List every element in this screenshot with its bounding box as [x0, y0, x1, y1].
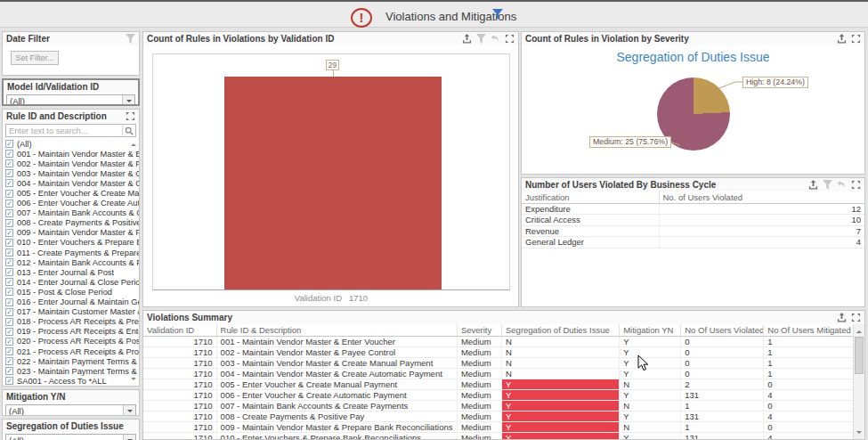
- checkbox-checked-icon[interactable]: ✓: [5, 288, 13, 296]
- bar-validation-1710[interactable]: [224, 77, 442, 289]
- checkbox-checked-icon[interactable]: ✓: [5, 308, 13, 316]
- table-row[interactable]: 1710001 - Maintain Vendor Master & Enter…: [143, 336, 853, 346]
- rule-checkbox-item[interactable]: ✓015 - Post & Close Period: [3, 287, 139, 297]
- table-row[interactable]: 1710010 - Enter Vouchers & Prepare Bank …: [143, 432, 853, 439]
- maximize-icon[interactable]: [851, 34, 861, 44]
- maximize-icon[interactable]: [851, 313, 861, 322]
- column-header[interactable]: Mitigation YN: [620, 324, 681, 336]
- table-row[interactable]: 1710004 - Maintain Vendor Master & Creat…: [143, 368, 853, 379]
- checkbox-checked-icon[interactable]: ✓: [5, 140, 13, 148]
- table-row[interactable]: Expenditure12: [522, 203, 864, 215]
- maximize-icon[interactable]: [126, 111, 135, 121]
- model-dropdown[interactable]: (All): [6, 94, 135, 106]
- table-row[interactable]: 1710008 - Create Payments & Positive Pay…: [143, 411, 853, 421]
- column-header[interactable]: No. of Users Violated: [659, 191, 864, 203]
- set-filter-button[interactable]: Set Filter...: [11, 51, 59, 65]
- checkbox-checked-icon[interactable]: ✓: [5, 209, 13, 217]
- rule-checkbox-item[interactable]: ✓014 - Enter Journal & Close Period: [3, 277, 139, 287]
- rule-checkbox-item[interactable]: ✓008 - Create Payments & Positive Pay: [3, 218, 139, 228]
- scroll-up-icon[interactable]: [131, 141, 136, 146]
- rule-checkbox-item[interactable]: ✓022 - Maintain Payment Terms & Invoice: [3, 356, 139, 366]
- column-header[interactable]: No Of Users Violated: [681, 324, 764, 336]
- checkbox-checked-icon[interactable]: ✓: [5, 268, 13, 276]
- vertical-scrollbar[interactable]: [853, 324, 864, 439]
- rule-checkbox-item[interactable]: ✓010 - Enter Vouchers & Prepare Bank Rec…: [3, 238, 139, 248]
- column-header[interactable]: Validation ID: [143, 324, 216, 336]
- checkbox-checked-icon[interactable]: ✓: [5, 377, 13, 385]
- checkbox-checked-icon[interactable]: ✓: [5, 200, 13, 208]
- checkbox-checked-icon[interactable]: ✓: [5, 298, 13, 306]
- table-row[interactable]: 1710009 - Maintain Vendor Master & Prepa…: [143, 421, 853, 432]
- column-header[interactable]: Rule ID & Description: [216, 324, 457, 336]
- table-row[interactable]: 1710002 - Maintain Vendor Master & Payee…: [143, 346, 853, 357]
- checkbox-checked-icon[interactable]: ✓: [5, 229, 13, 237]
- rule-checkbox-item[interactable]: ✓019 - Process AR Receipts & Enter Journ…: [3, 327, 139, 337]
- table-row[interactable]: 1710007 - Maintain Bank Accounts & Creat…: [143, 400, 853, 411]
- rule-checkbox-item[interactable]: ✓004 - Maintain Vendor Master & Create A…: [3, 178, 139, 188]
- export-icon[interactable]: [808, 180, 818, 190]
- mitigation-cell: Y: [620, 432, 681, 439]
- table-row[interactable]: 1710006 - Enter Voucher & Create Automat…: [143, 389, 853, 400]
- checkbox-checked-icon[interactable]: ✓: [5, 328, 13, 336]
- rule-checkbox-item[interactable]: ✓003 - Maintain Vendor Master & Create M…: [3, 168, 139, 178]
- column-header[interactable]: Justification: [522, 191, 659, 203]
- rule-checkbox-item[interactable]: ✓002 - Maintain Vendor Master & Payee Co…: [3, 159, 139, 168]
- rule-checkbox-item[interactable]: ✓SA001 - Access To *ALL: [3, 376, 139, 386]
- dashboard-filter-icon[interactable]: [492, 9, 503, 20]
- rule-checkbox-item[interactable]: ✓011 - Create Payments & Prepare Bank Re…: [3, 248, 139, 257]
- column-header[interactable]: Severity: [457, 324, 501, 336]
- scroll-down-icon[interactable]: [856, 431, 862, 436]
- rule-checkbox-item[interactable]: ✓001 - Maintain Vendor Master & Enter Vo…: [3, 149, 139, 159]
- checkbox-checked-icon[interactable]: ✓: [5, 179, 13, 187]
- rule-checkbox-item[interactable]: ✓021 - Process AR Receipts & Process Ded…: [3, 346, 139, 356]
- chevron-down-icon[interactable]: [123, 435, 135, 440]
- column-header[interactable]: Segregation of Duties Issue: [501, 324, 619, 336]
- checkbox-checked-icon[interactable]: ✓: [5, 338, 13, 346]
- checkbox-checked-icon[interactable]: ✓: [5, 249, 13, 257]
- rule-checkbox-item[interactable]: ✓016 - Enter Journal & Maintain General …: [3, 297, 139, 307]
- table-row[interactable]: Critical Access10: [522, 215, 864, 226]
- column-header[interactable]: No Of Users Mitigated: [764, 324, 853, 336]
- checkbox-checked-icon[interactable]: ✓: [5, 357, 13, 365]
- checkbox-checked-icon[interactable]: ✓: [5, 258, 13, 266]
- chevron-down-icon[interactable]: [123, 405, 135, 416]
- checkbox-checked-icon[interactable]: ✓: [5, 278, 13, 286]
- checkbox-checked-icon[interactable]: ✓: [5, 150, 13, 158]
- checkbox-checked-icon[interactable]: ✓: [5, 367, 13, 375]
- rule-checkbox-item[interactable]: ✓018 - Process AR Receipts & Prepare Ban…: [3, 317, 139, 327]
- table-row[interactable]: Revenue7: [522, 225, 864, 237]
- table-row[interactable]: General Ledger4: [522, 237, 864, 249]
- rule-checkbox-item[interactable]: ✓(All): [3, 139, 139, 149]
- rule-checkbox-item[interactable]: ✓012 - Maintain Bank Accounts & Prepare …: [3, 257, 139, 267]
- checkbox-checked-icon[interactable]: ✓: [5, 159, 13, 167]
- scroll-up-icon[interactable]: [856, 328, 862, 333]
- rule-checkbox-item[interactable]: ✓005 - Enter Voucher & Create Manual Pay…: [3, 188, 139, 198]
- search-input[interactable]: [6, 126, 122, 135]
- chevron-down-icon[interactable]: [122, 95, 134, 106]
- rule-checkbox-item[interactable]: ✓007 - Maintain Bank Accounts & Create P…: [3, 208, 139, 218]
- rule-checkbox-item[interactable]: ✓013 - Enter Journal & Post: [3, 267, 139, 277]
- table-row[interactable]: 1710003 - Maintain Vendor Master & Creat…: [143, 357, 853, 368]
- scrollbar-thumb[interactable]: [855, 337, 864, 374]
- sod-dropdown[interactable]: (All): [5, 434, 136, 440]
- table-row[interactable]: 1710005 - Enter Voucher & Create Manual …: [143, 379, 853, 389]
- rule-checkbox-item[interactable]: ✓023 - Maintain Payment Terms & Maintain…: [3, 366, 139, 376]
- search-icon[interactable]: [122, 125, 135, 136]
- scroll-down-icon[interactable]: [131, 378, 136, 383]
- checkbox-checked-icon[interactable]: ✓: [5, 318, 13, 326]
- checkbox-checked-icon[interactable]: ✓: [5, 219, 13, 227]
- checkbox-checked-icon[interactable]: ✓: [5, 169, 13, 177]
- rule-checkbox-item[interactable]: ✓017 - Maintain Customer Master & Proces…: [3, 307, 139, 317]
- mitigation-dropdown[interactable]: (All): [5, 404, 136, 416]
- maximize-icon[interactable]: [851, 180, 861, 190]
- rule-checkbox-item[interactable]: ✓020 - Process AR Receipts & Post: [3, 337, 139, 346]
- maximize-icon[interactable]: [505, 34, 515, 44]
- checkbox-checked-icon[interactable]: ✓: [5, 190, 13, 198]
- export-icon[interactable]: [462, 34, 472, 44]
- export-icon[interactable]: [837, 313, 847, 322]
- rule-checkbox-item[interactable]: ✓006 - Enter Voucher & Create Automatic …: [3, 199, 139, 208]
- checkbox-checked-icon[interactable]: ✓: [5, 239, 13, 247]
- rule-checkbox-item[interactable]: ✓009 - Maintain Vendor Master & Prepare …: [3, 228, 139, 238]
- checkbox-checked-icon[interactable]: ✓: [5, 347, 13, 355]
- export-icon[interactable]: [837, 34, 847, 44]
